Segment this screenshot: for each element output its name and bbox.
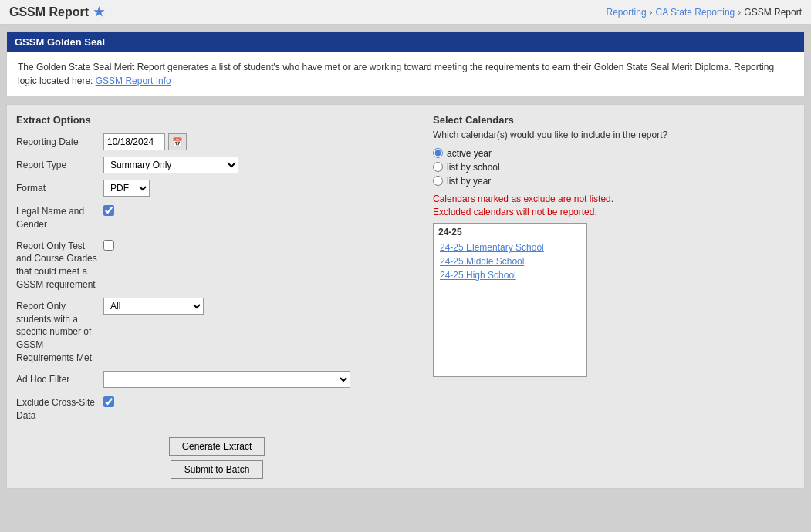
radio-list-by-school[interactable]: list by school [433,162,795,173]
exclude-note-line1: Calendars marked as exclude are not list… [433,193,795,206]
format-label: Format [16,180,97,195]
report-only-test-row: Report Only Test and Course Grades that … [16,237,417,291]
page-title: GSSM Report [9,5,89,19]
report-only-test-label: Report Only Test and Course Grades that … [16,237,97,291]
gssm-report-info-link[interactable]: GSSM Report Info [96,76,171,86]
legal-name-controls [103,203,417,216]
ad-hoc-label: Ad Hoc Filter [16,371,97,386]
report-only-test-controls [103,237,417,251]
reporting-date-input[interactable] [103,133,165,150]
exclude-cross-checkbox[interactable] [103,396,114,407]
calendar-subtitle: Which calendar(s) would you like to incl… [433,129,795,142]
calendar-radio-group: active year list by school list by year [433,148,795,187]
radio-active-year[interactable]: active year [433,148,795,159]
ad-hoc-select[interactable] [103,371,350,388]
reporting-date-label: Reporting Date [16,133,97,149]
report-type-select[interactable]: Summary Only Detail Both [103,157,238,173]
legal-name-label: Legal Name and Gender [16,203,97,231]
radio-active-year-input[interactable] [433,148,443,158]
radio-list-by-year[interactable]: list by year [433,176,795,187]
main-content: GSSM Golden Seal The Golden State Seal M… [0,25,811,526]
submit-to-batch-button[interactable]: Submit to Batch [171,460,263,479]
button-row: Generate Extract Submit to Batch [16,437,417,479]
extract-options-section: Extract Options Reporting Date 📅 Report … [16,114,417,479]
calendar-item-high[interactable]: 24-25 High School [437,268,583,282]
breadcrumb-current: GSSM Report [744,7,802,18]
format-row: Format PDF CSV XLS [16,180,417,197]
calendar-button[interactable]: 📅 [168,133,187,150]
format-select[interactable]: PDF CSV XLS [103,180,150,197]
calendar-list-box[interactable]: 24-25 24-25 Elementary School 24-25 Midd… [433,223,587,377]
calendar-item-middle[interactable]: 24-25 Middle School [437,254,583,268]
extract-options-title: Extract Options [16,114,417,126]
calendar-panel: Select Calendars Which calendar(s) would… [433,114,795,479]
select-calendars-title: Select Calendars [433,114,795,126]
info-box: GSSM Golden Seal The Golden State Seal M… [6,31,805,96]
reporting-date-controls: 📅 [103,133,417,150]
report-only-students-label: Report Only students with a specific num… [16,298,97,365]
report-only-students-row: Report Only students with a specific num… [16,298,417,365]
legal-name-row: Legal Name and Gender [16,203,417,231]
exclude-cross-controls [103,394,417,407]
radio-list-by-year-input[interactable] [433,176,443,186]
report-only-students-controls: All 1 2 3 4 5 [103,298,417,315]
generate-extract-button[interactable]: Generate Extract [169,437,265,456]
legal-name-checkbox[interactable] [103,205,114,216]
favorite-icon[interactable]: ★ [93,5,104,19]
reporting-date-row: Reporting Date 📅 [16,133,417,150]
calendar-item-elementary[interactable]: 24-25 Elementary School [437,241,583,254]
ad-hoc-row: Ad Hoc Filter [16,371,417,388]
radio-active-year-label: active year [447,148,492,159]
radio-list-by-school-label: list by school [447,162,500,173]
breadcrumb-reporting[interactable]: Reporting [607,7,647,18]
breadcrumb-sep-2: › [738,7,741,18]
report-type-controls: Summary Only Detail Both [103,157,417,173]
breadcrumb: Reporting › CA State Reporting › GSSM Re… [607,7,802,18]
radio-list-by-school-input[interactable] [433,162,443,172]
breadcrumb-ca-state[interactable]: CA State Reporting [656,7,735,18]
format-controls: PDF CSV XLS [103,180,417,197]
gssm-requirements-select[interactable]: All 1 2 3 4 5 [103,298,204,315]
report-type-row: Report Type Summary Only Detail Both [16,157,417,173]
info-box-body: The Golden State Seal Merit Report gener… [7,52,804,96]
exclude-cross-row: Exclude Cross-Site Data [16,394,417,423]
radio-list-by-year-label: list by year [447,176,491,187]
calendar-group-label: 24-25 [438,227,583,237]
report-only-test-checkbox[interactable] [103,240,114,251]
form-panel: Extract Options Reporting Date 📅 Report … [6,104,805,489]
report-type-label: Report Type [16,157,97,172]
exclude-note: Calendars marked as exclude are not list… [433,193,795,219]
info-box-header: GSSM Golden Seal [7,32,804,52]
exclude-cross-label: Exclude Cross-Site Data [16,394,97,423]
exclude-note-line2: Excluded calendars will not be reported. [433,206,795,219]
breadcrumb-sep-1: › [650,7,653,18]
top-bar: GSSM Report ★ Reporting › CA State Repor… [0,0,811,25]
page-title-bar: GSSM Report ★ [9,5,104,19]
ad-hoc-controls [103,371,417,388]
